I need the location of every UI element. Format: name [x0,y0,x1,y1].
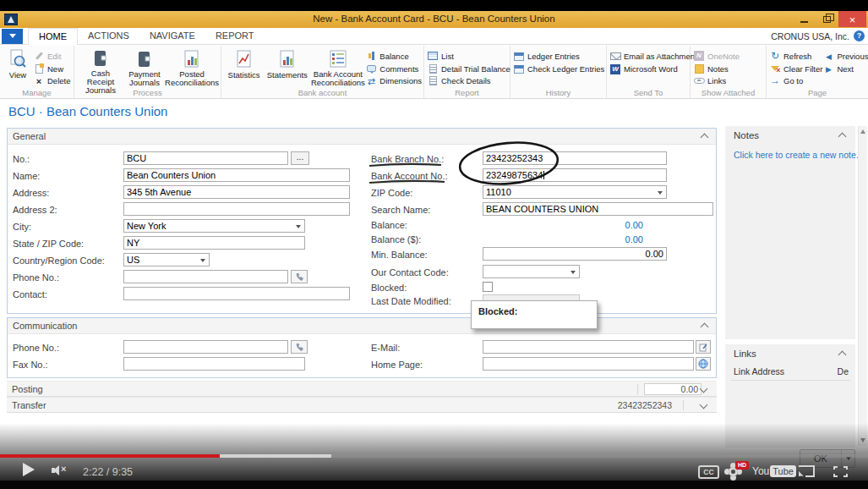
fasttab-transfer[interactable]: Transfer 23423252343 [7,397,717,413]
new-button[interactable]: New [33,63,70,75]
payment-journals-button[interactable]: Payment Journals [124,47,165,87]
links-button[interactable]: Links [693,74,740,87]
delete-button[interactable]: ×Delete [33,74,70,87]
email-field[interactable] [483,340,694,354]
open-home-page-button[interactable] [696,357,711,371]
bank-branch-no-field[interactable]: 23423252343 [483,151,667,165]
edit-button[interactable]: Edit [33,50,70,63]
refresh-button[interactable]: ↻Refresh [769,50,822,63]
collapse-icon[interactable] [701,323,709,332]
view-button[interactable]: View [3,47,33,87]
fax-field[interactable] [123,357,305,371]
phone-field[interactable] [123,270,288,283]
tab-actions[interactable]: ACTIONS [78,28,139,44]
country-field[interactable]: US [123,253,210,266]
microsoft-word-button[interactable]: WMicrosoft Word [609,63,697,75]
tab-home[interactable]: HOME [28,28,78,45]
scroll-up-icon[interactable] [860,129,865,134]
next-button[interactable]: ▶Next [822,63,868,75]
play-button[interactable] [23,463,35,476]
list-button[interactable]: List [427,50,510,63]
min-balance-field[interactable]: 0.00 [483,247,667,261]
detail-trial-balance-button[interactable]: Detail Trial Balance [427,63,510,75]
go-to-button[interactable]: →Go to [769,74,822,87]
collapse-icon[interactable] [701,134,709,142]
delete-icon: × [33,76,45,86]
youtube-logo[interactable]: You Tube [752,465,796,477]
fasttab-general-header[interactable]: General [8,129,716,145]
name-field[interactable]: Bean Counters Union [123,168,350,182]
check-details-button[interactable]: Check Details [427,74,510,87]
comments-button[interactable]: Comments [365,63,422,75]
mute-button[interactable]: × [52,465,72,475]
dropdown-icon[interactable] [296,225,301,228]
onenote-icon: N [693,51,705,61]
make-call-button[interactable] [291,270,308,283]
minimize-button[interactable] [793,11,816,27]
balance-button[interactable]: Balance [365,50,422,63]
balance-value-link[interactable]: 0.00 [483,220,643,230]
statistics-button[interactable]: Statistics [224,47,264,87]
bank-account-no-field[interactable]: 23249875634 [483,168,667,182]
player-progress-bar[interactable] [0,454,868,458]
report-sheet-icon [427,76,439,86]
fullscreen-button[interactable] [833,465,848,481]
expand-icon[interactable] [700,401,708,409]
company-name[interactable]: CRONUS USA, Inc. [771,31,849,41]
scroll-down-icon[interactable] [860,438,865,442]
home-page-field[interactable] [483,357,694,371]
posted-reconciliations-button[interactable]: Posted Reconciliations [165,47,219,87]
fasttab-posting[interactable]: Posting 0.00 [7,381,717,397]
help-icon[interactable]: ? [854,30,865,41]
fasttab-communication-header[interactable]: Communication [8,318,716,334]
statements-button[interactable]: Statements [264,47,310,87]
address-field[interactable]: 345 5th Avenue [123,185,350,199]
email-as-attachment-button[interactable]: Email as Attachment [609,50,697,63]
clear-filter-button[interactable]: Clear Filter [769,63,822,75]
tab-report[interactable]: REPORT [205,28,265,44]
ledger-entries-button[interactable]: Ledger Entries [513,50,604,63]
previous-button[interactable]: ◀Previous [822,50,868,63]
journal-icon [137,49,152,69]
edit-icon [33,51,45,61]
blocked-checkbox[interactable] [483,282,493,292]
dimensions-button[interactable]: ⇄Dimensions [365,74,422,87]
make-call-button[interactable] [291,340,308,354]
dropdown-icon[interactable] [200,259,205,262]
close-button[interactable] [838,11,866,27]
no-field[interactable]: BCU [123,151,288,165]
tab-navigate[interactable]: NAVIGATE [139,28,205,44]
search-name-field[interactable]: BEAN COUNTERS UNION [483,202,713,216]
dropdown-icon[interactable] [570,271,576,274]
balance-usd-value-link[interactable]: 0.00 [483,234,643,244]
create-note-link[interactable]: Click here to create a new note. [734,150,859,160]
closed-captions-button[interactable]: CC [698,465,719,479]
address2-field[interactable] [123,202,350,216]
ok-dropdown[interactable] [841,450,854,467]
check-ledger-entries-button[interactable]: Check Ledger Entries [513,63,604,75]
notes-button[interactable]: Notes [693,63,740,75]
our-contact-code-field[interactable] [483,265,580,278]
cast-button[interactable] [797,464,816,481]
dropdown-icon[interactable] [658,191,663,195]
comm-phone-field[interactable] [123,340,288,354]
state-zip-field[interactable]: NY [123,236,305,250]
restore-button[interactable] [816,11,838,27]
links-panel-header: Links [734,349,756,359]
assist-edit-button[interactable]: ... [291,151,309,165]
collapse-icon[interactable] [838,133,847,141]
application-menu-button[interactable] [2,29,23,44]
bank-account-reconciliations-button[interactable]: Bank Account Reconciliations [310,47,365,87]
collapse-icon[interactable] [838,351,847,360]
onenote-button[interactable]: NOneNote [693,50,740,63]
compose-email-button[interactable] [696,340,711,354]
cash-receipt-journals-button[interactable]: Cash Receipt Journals [77,47,124,87]
city-field[interactable]: New York [123,219,305,233]
ribbon-group-bank-account: Statistics Statements Bank Account Recon… [221,46,424,98]
vertical-scrollbar[interactable] [858,126,867,446]
contact-field[interactable] [123,287,350,300]
list-grid-icon [427,51,439,61]
zip-code-field[interactable]: 11010 [483,185,667,199]
close-icon [849,12,856,27]
ledger-window-icon [513,52,525,62]
